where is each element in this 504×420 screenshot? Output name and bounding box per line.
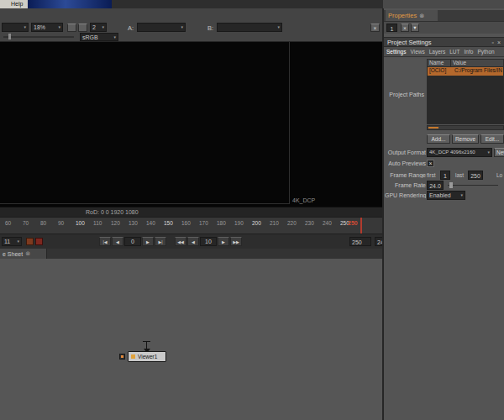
goto-end-button[interactable]: ▶| [155,237,166,246]
chevron-down-icon: ▾ [58,24,60,31]
in-marker-icon[interactable] [26,238,34,245]
frame-range-first-field[interactable]: 1 [440,171,450,180]
viewer-node[interactable]: Viewer1 [128,351,166,362]
node-graph[interactable]: Viewer1 [0,259,383,420]
menu-help[interactable]: Help [0,0,28,8]
tab-views[interactable]: Views [411,49,425,55]
output-format-combo[interactable]: 4K_DCP 4096x2160 ▾ [427,148,492,157]
timeline-tick: 70 [23,220,29,226]
tab-layers[interactable]: Layers [429,49,446,55]
max-panels-field[interactable]: 1 [386,24,397,32]
gain-spinbox[interactable]: 2 ▾ [90,23,107,32]
play-forward-button[interactable]: ▶ [142,237,154,246]
gpu-rendering-row: GPU Rendering Enabled ▾ [384,191,504,201]
zoom-combo[interactable]: 18% ▾ [31,23,63,32]
remove-path-button[interactable]: Remove [452,134,479,144]
clip-to-format-icon[interactable] [67,24,76,32]
table-row[interactable]: [OCIO] C:/Program Files/IN [428,67,503,76]
format-bounds [0,42,290,204]
column-header-value[interactable]: Value [451,60,503,66]
close-all-panels-icon[interactable]: × [401,24,409,32]
current-frame-field[interactable]: 0 [124,237,141,246]
viewer-node-label: Viewer1 [138,354,157,360]
auto-previews-checkbox[interactable]: × [427,160,434,167]
timeline-tick: 60 [5,220,11,226]
frame-range-first-label: first [427,172,435,178]
project-settings-header: Project Settings ▫ × [384,37,504,47]
chevron-down-icon: ▾ [181,24,183,31]
viewer-info-bar: RoD: 0 0 1920 1080 [0,207,383,217]
viewer-close-icon[interactable]: × [370,24,380,32]
next-frame-button[interactable]: ▶ [218,237,229,246]
column-header-name[interactable]: Name [428,60,451,66]
frame-rate-field[interactable]: 24.0 [427,181,444,190]
frame-range-row: Frame Range first 1 last 250 Lo [384,171,504,181]
viewer-toolbar: ▾ 18% ▾ 2 ▾ A: ▾ B: ▾ × sRGB ▾ [0,8,383,42]
chevron-down-icon: ▾ [113,34,116,41]
input-b-label: B: [207,24,213,32]
node-color-swatch-icon [131,354,135,359]
new-format-button[interactable]: New [494,148,504,157]
edit-path-button[interactable]: Edit... [480,134,504,144]
prev-increment-button[interactable]: ◀◀ [175,237,186,246]
tab-settings[interactable]: Settings [386,49,407,55]
project-paths-table[interactable]: Name Value [OCIO] C:/Program Files/IN [427,59,504,124]
frame-increment-combo[interactable]: 11 ▾ [2,237,22,246]
out-marker-icon[interactable] [35,238,43,245]
timeline-tick: 240 [323,220,332,226]
gpu-rendering-combo[interactable]: Enabled ▾ [427,191,465,200]
tab-info[interactable]: Info [465,49,474,55]
frame-range-last-field[interactable]: 250 [468,171,483,180]
timeline-tick: 190 [234,220,244,226]
next-increment-button[interactable]: ▶▶ [230,237,242,246]
zoom-value: 18% [34,24,45,31]
rod-readout: RoD: 0 0 1920 1080 [86,209,139,215]
tab-dope-sheet[interactable]: e Sheet ⊗ [0,249,47,259]
close-tab-icon[interactable]: ⊗ [25,250,30,257]
float-panel-icon[interactable]: ▫ [491,39,493,45]
node-input-connector-icon[interactable] [119,354,125,360]
input-b-combo[interactable]: ▾ [217,23,282,32]
frame-step-field[interactable]: 10 [200,237,217,246]
frame-rate-slider[interactable] [448,185,498,186]
playhead[interactable] [360,218,362,234]
prev-frame-button[interactable]: ◀ [187,237,199,246]
timeline-ruler[interactable]: 60 70 80 90 100 110 120 130 140 150 160 … [0,217,383,234]
tab-properties[interactable]: Properties ⊗ [386,10,438,21]
lock-range-label: Lo [496,172,502,178]
timeline-tick: 170 [199,220,208,226]
gpu-rendering-value: Enabled [429,192,451,199]
add-path-button[interactable]: Add... [427,134,450,144]
frame-rate-slider-handle[interactable] [449,182,453,188]
scrollbar-handle[interactable] [428,127,438,129]
chevron-down-icon: ▾ [487,149,490,156]
dopesheet-tab-bar: e Sheet ⊗ [0,249,383,259]
connector-dot-icon [121,355,123,358]
output-format-row: Output Format 4K_DCP 4096x2160 ▾ New [384,148,504,158]
close-tab-icon[interactable]: ⊗ [419,13,424,19]
gain-slider[interactable] [3,36,74,38]
colorspace-combo[interactable]: sRGB ▾ [80,33,118,41]
timeline-tick: 220 [287,220,297,226]
properties-tab-bar: Properties ⊗ [384,10,504,21]
chevron-down-icon: ▾ [24,24,26,31]
panel-menu-icon[interactable]: ▾ [411,24,419,32]
timeline-tick: 150 [164,220,173,226]
tab-lut[interactable]: LUT [449,49,459,55]
play-backward-button[interactable]: ◀ [112,237,123,246]
close-panel-icon[interactable]: × [497,39,501,45]
format-label: 4K_DCP [292,197,315,203]
table-hscrollbar[interactable] [427,125,504,130]
goto-start-button[interactable]: |◀ [99,237,111,246]
playback-range-end-field[interactable]: 250 [349,237,371,246]
gain-slider-handle[interactable] [8,34,11,39]
playhead-frame-label: 250 [348,220,358,226]
viewer-layer-combo[interactable]: ▾ [2,23,29,32]
timeline-tick: 110 [93,220,102,226]
input-a-combo[interactable]: ▾ [137,23,186,32]
auto-previews-label: Auto Previews [385,160,426,166]
tab-python[interactable]: Python [477,49,494,55]
timeline-tick: 180 [217,220,226,226]
full-frame-icon[interactable] [78,24,87,32]
viewer-canvas[interactable]: 4K_DCP [0,42,383,207]
